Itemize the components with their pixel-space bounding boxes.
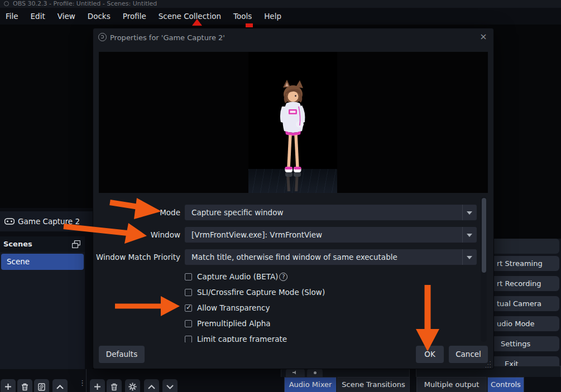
defaults-label: Defaults bbox=[106, 350, 137, 359]
source-preview bbox=[99, 52, 488, 193]
program-preview-right bbox=[494, 25, 561, 239]
help-icon[interactable]: ? bbox=[279, 273, 287, 281]
menu-view[interactable]: View bbox=[51, 8, 81, 25]
window-dropdown[interactable]: [VrmFrontView.exe]: VrmFrontView bbox=[185, 227, 477, 243]
checkbox-label: SLI/Crossfire Capture Mode (Slow) bbox=[197, 288, 325, 297]
menu-tools[interactable]: Tools bbox=[227, 8, 258, 25]
menu-docks[interactable]: Docks bbox=[81, 8, 117, 25]
chevron-up-icon bbox=[56, 385, 64, 389]
chevron-down-icon bbox=[467, 256, 472, 259]
plus-icon bbox=[4, 383, 12, 390]
move-source-down-button[interactable] bbox=[162, 379, 178, 392]
checkbox-box-checked[interactable] bbox=[185, 304, 192, 312]
settings-label: Settings bbox=[501, 340, 530, 348]
trash-icon bbox=[21, 383, 28, 391]
menu-edit[interactable]: Edit bbox=[25, 8, 51, 25]
start-recording-label: rt Recording bbox=[497, 279, 541, 288]
dialog-obs-logo-icon bbox=[98, 33, 107, 41]
window-dropdown-value: [VrmFrontView.exe]: VrmFrontView bbox=[191, 230, 322, 239]
scenes-panel-title: Scenes bbox=[3, 240, 32, 248]
menu-help[interactable]: Help bbox=[258, 8, 287, 25]
tab-multiple-output-label: Multiple output bbox=[424, 380, 480, 389]
scene-filters-button[interactable] bbox=[34, 379, 49, 392]
mixer-mini-button-2[interactable] bbox=[307, 368, 323, 377]
dropdown-zone[interactable] bbox=[462, 205, 477, 220]
scene-list-item[interactable]: Scene bbox=[1, 254, 84, 270]
source-item-game-capture[interactable]: Game Capture 2 bbox=[0, 211, 93, 231]
plus-icon bbox=[94, 383, 101, 390]
scenes-panel-body bbox=[0, 252, 85, 379]
menu-scene-collection[interactable]: Scene Collection bbox=[152, 8, 227, 25]
window-label: Window bbox=[93, 227, 180, 243]
checkbox-capture-audio[interactable]: Capture Audio (BETA) ? bbox=[185, 272, 287, 281]
scene-item-label: Scene bbox=[7, 257, 30, 266]
character-preview bbox=[266, 80, 319, 191]
ok-button[interactable]: OK bbox=[416, 346, 444, 363]
tab-controls-label: Controls bbox=[491, 380, 521, 389]
dialog-close-button[interactable]: × bbox=[478, 31, 489, 42]
properties-dialog: Properties for 'Game Capture 2' × bbox=[93, 28, 494, 369]
mode-label: Mode bbox=[93, 205, 180, 220]
checkbox-box[interactable] bbox=[185, 273, 192, 280]
mode-dropdown[interactable]: Capture specific window bbox=[185, 205, 477, 220]
speaker-icon bbox=[292, 370, 299, 375]
ok-label: OK bbox=[424, 350, 435, 359]
checkbox-box[interactable] bbox=[185, 320, 192, 327]
remove-scene-button[interactable] bbox=[17, 379, 32, 392]
tab-audio-mixer[interactable]: Audio Mixer bbox=[284, 377, 337, 392]
menubar: File Edit View Docks Profile Scene Colle… bbox=[0, 8, 561, 25]
start-streaming-label: rt Streaming bbox=[497, 259, 543, 268]
window-match-priority-label: Window Match Priority bbox=[93, 249, 180, 265]
checkbox-label: Capture Audio (BETA) bbox=[197, 272, 278, 281]
checkbox-allow-transparency[interactable]: Allow Transparency bbox=[185, 303, 270, 312]
menu-profile[interactable]: Profile bbox=[117, 8, 152, 25]
checkbox-box[interactable] bbox=[185, 289, 192, 296]
move-scene-up-button[interactable] bbox=[52, 379, 68, 392]
source-properties-button[interactable] bbox=[125, 379, 140, 392]
add-scene-button[interactable] bbox=[1, 379, 16, 392]
obs-logo-icon bbox=[4, 1, 9, 6]
chevron-down-icon bbox=[467, 234, 472, 237]
dot-icon bbox=[314, 371, 317, 374]
checkbox-limit-framerate[interactable]: Limit capture framerate bbox=[185, 335, 352, 342]
window-match-priority-row: Window Match Priority Match title, other… bbox=[93, 249, 495, 265]
checkbox-sli-crossfire[interactable]: SLI/Crossfire Capture Mode (Slow) bbox=[185, 288, 325, 297]
dropdown-zone[interactable] bbox=[462, 227, 477, 243]
obs-main-window: OBS 30.2.3 - Profile: Untitled - Scenes:… bbox=[0, 0, 561, 392]
popout-dock-icon[interactable] bbox=[72, 240, 80, 248]
gear-icon bbox=[128, 383, 137, 391]
source-item-label: Game Capture 2 bbox=[18, 217, 80, 226]
checkbox-box[interactable] bbox=[185, 336, 192, 343]
menu-file[interactable]: File bbox=[0, 8, 25, 25]
dialog-scrollbar-thumb[interactable] bbox=[482, 198, 486, 273]
tab-multiple-output[interactable]: Multiple output bbox=[416, 377, 487, 392]
chevron-down-icon bbox=[166, 385, 174, 389]
window-match-priority-value: Match title, otherwise find window of sa… bbox=[191, 253, 397, 262]
mixer-mini-button[interactable] bbox=[286, 368, 305, 377]
remove-source-button[interactable] bbox=[107, 379, 122, 392]
window-match-priority-dropdown[interactable]: Match title, otherwise find window of sa… bbox=[185, 249, 477, 265]
cancel-button[interactable]: Cancel bbox=[449, 346, 488, 363]
dialog-scrollbar[interactable] bbox=[481, 197, 487, 342]
chevron-up-icon bbox=[148, 385, 155, 389]
mode-dropdown-value: Capture specific window bbox=[191, 208, 284, 217]
tab-scene-transitions[interactable]: Scene Transitions bbox=[337, 377, 410, 392]
cancel-label: Cancel bbox=[455, 350, 481, 359]
checkbox-premultiplied-alpha[interactable]: Premultiplied Alpha bbox=[185, 319, 271, 328]
virtual-camera-label: tual Camera bbox=[497, 299, 541, 308]
dialog-resize-grip[interactable]: · ····· bbox=[485, 361, 492, 367]
move-source-up-button[interactable] bbox=[144, 379, 159, 392]
gamepad-icon bbox=[4, 218, 15, 225]
dropdown-zone[interactable] bbox=[462, 249, 477, 265]
dock-drag-handle-icon[interactable]: ⋮ bbox=[79, 381, 81, 392]
window-title: OBS 30.2.3 - Profile: Untitled - Scenes:… bbox=[13, 0, 157, 7]
defaults-button[interactable]: Defaults bbox=[99, 346, 145, 363]
trash-icon bbox=[111, 383, 118, 391]
scenes-panel-header: Scenes bbox=[0, 236, 85, 252]
add-source-button[interactable] bbox=[90, 379, 105, 392]
mode-row: Mode Capture specific window bbox=[93, 205, 495, 220]
tab-controls[interactable]: Controls bbox=[487, 377, 524, 392]
chevron-down-icon bbox=[467, 211, 472, 215]
checkbox-label: Limit capture framerate bbox=[197, 335, 287, 342]
checkbox-label: Allow Transparency bbox=[197, 303, 270, 312]
